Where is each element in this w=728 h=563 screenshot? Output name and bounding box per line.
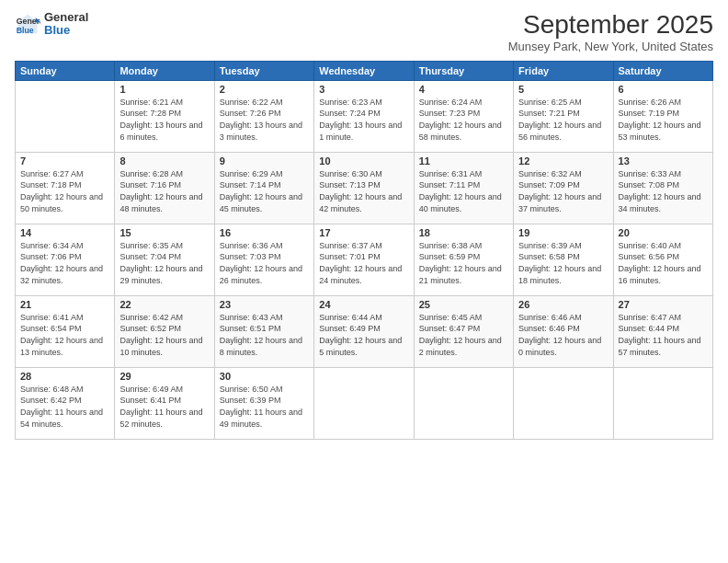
daylight: Daylight: 12 hours and 40 minutes.: [419, 191, 508, 214]
calendar-cell: 5 Sunrise: 6:25 AM Sunset: 7:21 PM Dayli…: [514, 80, 613, 152]
calendar-cell: [414, 367, 513, 439]
daylight: Daylight: 13 hours and 1 minute.: [319, 120, 408, 143]
calendar-body: 1 Sunrise: 6:21 AM Sunset: 7:28 PM Dayli…: [16, 80, 713, 439]
sunset: Sunset: 7:06 PM: [20, 251, 109, 263]
day-number: 4: [419, 84, 508, 95]
sunrise: Sunrise: 6:45 AM: [419, 312, 508, 324]
cell-info: Sunrise: 6:39 AM Sunset: 6:58 PM Dayligh…: [518, 240, 608, 286]
calendar-cell: [514, 367, 613, 439]
calendar-cell: 20 Sunrise: 6:40 AM Sunset: 6:56 PM Dayl…: [613, 224, 712, 295]
day-number: 24: [319, 299, 408, 310]
sunset: Sunset: 7:08 PM: [619, 179, 708, 191]
cell-info: Sunrise: 6:44 AM Sunset: 6:49 PM Dayligh…: [319, 312, 408, 358]
sunrise: Sunrise: 6:27 AM: [20, 168, 109, 180]
col-saturday: Saturday: [613, 61, 712, 80]
sunrise: Sunrise: 6:26 AM: [619, 97, 708, 109]
sunset: Sunset: 7:18 PM: [20, 179, 109, 191]
daylight: Daylight: 12 hours and 24 minutes.: [319, 263, 408, 286]
sunset: Sunset: 7:03 PM: [220, 251, 309, 263]
sunset: Sunset: 7:26 PM: [220, 108, 309, 120]
sunrise: Sunrise: 6:44 AM: [319, 312, 408, 324]
calendar-cell: 4 Sunrise: 6:24 AM Sunset: 7:23 PM Dayli…: [414, 80, 513, 152]
calendar-cell: 27 Sunrise: 6:47 AM Sunset: 6:44 PM Dayl…: [613, 295, 712, 367]
cell-info: Sunrise: 6:37 AM Sunset: 7:01 PM Dayligh…: [319, 240, 408, 286]
calendar-cell: [613, 367, 712, 439]
sunset: Sunset: 6:58 PM: [518, 251, 608, 263]
sunset: Sunset: 7:21 PM: [518, 108, 608, 120]
logo: General Blue General Blue: [15, 11, 88, 38]
cell-info: Sunrise: 6:28 AM Sunset: 7:16 PM Dayligh…: [119, 168, 209, 214]
week-row-5: 28 Sunrise: 6:48 AM Sunset: 6:42 PM Dayl…: [16, 367, 713, 439]
daylight: Daylight: 12 hours and 13 minutes.: [20, 335, 109, 358]
calendar-table: Sunday Monday Tuesday Wednesday Thursday…: [15, 61, 713, 440]
calendar-cell: 1 Sunrise: 6:21 AM Sunset: 7:28 PM Dayli…: [115, 80, 214, 152]
sunrise: Sunrise: 6:49 AM: [119, 384, 209, 396]
calendar-cell: 25 Sunrise: 6:45 AM Sunset: 6:47 PM Dayl…: [414, 295, 513, 367]
day-number: 23: [220, 299, 309, 310]
sunrise: Sunrise: 6:33 AM: [619, 168, 708, 180]
daylight: Daylight: 12 hours and 58 minutes.: [419, 120, 508, 143]
day-number: 2: [220, 84, 309, 95]
day-number: 27: [619, 299, 708, 310]
sunset: Sunset: 6:46 PM: [518, 323, 608, 335]
day-number: 6: [619, 84, 708, 95]
daylight: Daylight: 12 hours and 48 minutes.: [119, 191, 209, 214]
sunset: Sunset: 7:16 PM: [119, 179, 209, 191]
calendar-cell: 14 Sunrise: 6:34 AM Sunset: 7:06 PM Dayl…: [16, 224, 115, 295]
sunrise: Sunrise: 6:32 AM: [518, 168, 608, 180]
sunset: Sunset: 6:52 PM: [119, 323, 209, 335]
daylight: Daylight: 12 hours and 5 minutes.: [319, 335, 408, 358]
day-number: 25: [419, 299, 508, 310]
daylight: Daylight: 12 hours and 8 minutes.: [220, 335, 309, 358]
daylight: Daylight: 12 hours and 34 minutes.: [619, 191, 708, 214]
calendar-cell: 12 Sunrise: 6:32 AM Sunset: 7:09 PM Dayl…: [514, 152, 613, 224]
day-number: 5: [518, 84, 608, 95]
sunrise: Sunrise: 6:46 AM: [518, 312, 608, 324]
sunrise: Sunrise: 6:50 AM: [220, 384, 309, 396]
calendar-cell: 18 Sunrise: 6:38 AM Sunset: 6:59 PM Dayl…: [414, 224, 513, 295]
cell-info: Sunrise: 6:35 AM Sunset: 7:04 PM Dayligh…: [119, 240, 209, 286]
daylight: Daylight: 12 hours and 50 minutes.: [20, 191, 109, 214]
cell-info: Sunrise: 6:26 AM Sunset: 7:19 PM Dayligh…: [619, 97, 708, 143]
sunrise: Sunrise: 6:28 AM: [119, 168, 209, 180]
sunset: Sunset: 6:41 PM: [119, 395, 209, 407]
daylight: Daylight: 12 hours and 21 minutes.: [419, 263, 508, 286]
calendar-cell: 19 Sunrise: 6:39 AM Sunset: 6:58 PM Dayl…: [514, 224, 613, 295]
day-number: 10: [319, 155, 408, 167]
sunrise: Sunrise: 6:36 AM: [220, 240, 309, 252]
sunset: Sunset: 7:14 PM: [220, 179, 309, 191]
daylight: Daylight: 12 hours and 18 minutes.: [518, 263, 608, 286]
cell-info: Sunrise: 6:43 AM Sunset: 6:51 PM Dayligh…: [220, 312, 309, 358]
week-row-1: 1 Sunrise: 6:21 AM Sunset: 7:28 PM Dayli…: [16, 80, 713, 152]
cell-info: Sunrise: 6:41 AM Sunset: 6:54 PM Dayligh…: [20, 312, 109, 358]
calendar-cell: 15 Sunrise: 6:35 AM Sunset: 7:04 PM Dayl…: [115, 224, 214, 295]
calendar-cell: 30 Sunrise: 6:50 AM Sunset: 6:39 PM Dayl…: [214, 367, 313, 439]
day-number: 30: [220, 371, 309, 382]
day-number: 29: [119, 371, 209, 382]
calendar-cell: 11 Sunrise: 6:31 AM Sunset: 7:11 PM Dayl…: [414, 152, 513, 224]
day-number: 8: [119, 155, 209, 167]
title-section: September 2025 Munsey Park, New York, Un…: [508, 11, 713, 53]
sunset: Sunset: 6:47 PM: [419, 323, 508, 335]
sunset: Sunset: 6:56 PM: [619, 251, 708, 263]
sunrise: Sunrise: 6:30 AM: [319, 168, 408, 180]
daylight: Daylight: 12 hours and 29 minutes.: [119, 263, 209, 286]
calendar-cell: 2 Sunrise: 6:22 AM Sunset: 7:26 PM Dayli…: [214, 80, 313, 152]
daylight: Daylight: 11 hours and 49 minutes.: [220, 407, 309, 430]
logo-line2: Blue: [44, 24, 88, 37]
sunrise: Sunrise: 6:25 AM: [518, 97, 608, 109]
daylight: Daylight: 12 hours and 45 minutes.: [220, 191, 309, 214]
day-number: 18: [419, 227, 508, 238]
sunset: Sunset: 7:04 PM: [119, 251, 209, 263]
month-title: September 2025: [508, 11, 713, 40]
sunset: Sunset: 6:42 PM: [20, 395, 109, 407]
calendar-cell: 6 Sunrise: 6:26 AM Sunset: 7:19 PM Dayli…: [613, 80, 712, 152]
day-number: 17: [319, 227, 408, 238]
day-number: 14: [20, 227, 109, 238]
calendar-cell: 23 Sunrise: 6:43 AM Sunset: 6:51 PM Dayl…: [214, 295, 313, 367]
cell-info: Sunrise: 6:24 AM Sunset: 7:23 PM Dayligh…: [419, 97, 508, 143]
sunrise: Sunrise: 6:37 AM: [319, 240, 408, 252]
sunrise: Sunrise: 6:47 AM: [619, 312, 708, 324]
sunset: Sunset: 7:11 PM: [419, 179, 508, 191]
cell-info: Sunrise: 6:40 AM Sunset: 6:56 PM Dayligh…: [619, 240, 708, 286]
